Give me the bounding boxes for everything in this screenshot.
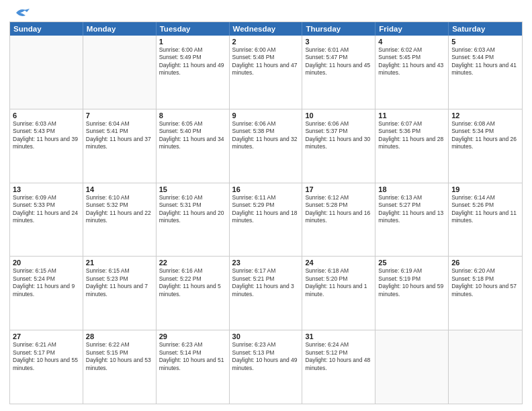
day-info: Sunrise: 6:06 AMSunset: 5:37 PMDaylight:… bbox=[305, 120, 372, 151]
calendar-row-2: 6Sunrise: 6:03 AMSunset: 5:43 PMDaylight… bbox=[10, 109, 522, 183]
day-number: 16 bbox=[232, 185, 300, 193]
day-number: 19 bbox=[451, 185, 519, 193]
day-info: Sunrise: 6:19 AMSunset: 5:19 PMDaylight:… bbox=[378, 267, 445, 298]
calendar-cell: 29Sunrise: 6:23 AMSunset: 5:14 PMDayligh… bbox=[157, 330, 230, 404]
day-number: 7 bbox=[86, 111, 153, 120]
calendar-cell: 31Sunrise: 6:24 AMSunset: 5:12 PMDayligh… bbox=[302, 330, 375, 404]
calendar-cell: 11Sunrise: 6:07 AMSunset: 5:36 PMDayligh… bbox=[375, 109, 449, 183]
calendar-cell: 10Sunrise: 6:06 AMSunset: 5:37 PMDayligh… bbox=[302, 109, 375, 183]
calendar-cell: 13Sunrise: 6:09 AMSunset: 5:33 PMDayligh… bbox=[10, 183, 83, 257]
weekday-header-tuesday: Tuesday bbox=[157, 22, 230, 36]
calendar-row-3: 13Sunrise: 6:09 AMSunset: 5:33 PMDayligh… bbox=[10, 183, 522, 257]
calendar-cell: 15Sunrise: 6:10 AMSunset: 5:31 PMDayligh… bbox=[157, 183, 230, 257]
calendar-cell bbox=[375, 330, 449, 404]
calendar-cell: 30Sunrise: 6:23 AMSunset: 5:13 PMDayligh… bbox=[230, 330, 303, 404]
day-number: 23 bbox=[232, 259, 300, 267]
day-number: 28 bbox=[86, 332, 153, 340]
day-number: 18 bbox=[378, 185, 445, 193]
day-info: Sunrise: 6:02 AMSunset: 5:45 PMDaylight:… bbox=[378, 46, 445, 77]
calendar-cell: 17Sunrise: 6:12 AMSunset: 5:28 PMDayligh… bbox=[302, 183, 375, 257]
day-info: Sunrise: 6:10 AMSunset: 5:32 PMDaylight:… bbox=[86, 194, 153, 225]
day-number: 14 bbox=[86, 185, 153, 193]
day-number: 25 bbox=[378, 259, 445, 267]
day-number: 13 bbox=[13, 185, 80, 193]
calendar-cell: 24Sunrise: 6:18 AMSunset: 5:20 PMDayligh… bbox=[302, 257, 375, 330]
day-number: 30 bbox=[232, 332, 300, 340]
calendar-cell: 28Sunrise: 6:22 AMSunset: 5:15 PMDayligh… bbox=[83, 330, 157, 404]
day-number: 22 bbox=[159, 259, 226, 267]
calendar-cell: 3Sunrise: 6:01 AMSunset: 5:47 PMDaylight… bbox=[302, 36, 375, 109]
calendar-body: 1Sunrise: 6:00 AMSunset: 5:49 PMDaylight… bbox=[10, 36, 522, 404]
weekday-header-saturday: Saturday bbox=[449, 22, 522, 36]
day-number: 21 bbox=[86, 259, 153, 267]
day-info: Sunrise: 6:21 AMSunset: 5:17 PMDaylight:… bbox=[13, 341, 80, 372]
day-number: 12 bbox=[451, 111, 519, 120]
calendar-cell: 5Sunrise: 6:03 AMSunset: 5:44 PMDaylight… bbox=[449, 36, 522, 109]
day-info: Sunrise: 6:00 AMSunset: 5:48 PMDaylight:… bbox=[232, 46, 300, 77]
day-info: Sunrise: 6:18 AMSunset: 5:20 PMDaylight:… bbox=[305, 267, 372, 298]
day-number: 1 bbox=[159, 38, 226, 46]
day-info: Sunrise: 6:16 AMSunset: 5:22 PMDaylight:… bbox=[159, 267, 226, 298]
calendar-cell: 14Sunrise: 6:10 AMSunset: 5:32 PMDayligh… bbox=[83, 183, 157, 257]
calendar-cell: 23Sunrise: 6:17 AMSunset: 5:21 PMDayligh… bbox=[230, 257, 303, 330]
logo-bird-icon bbox=[11, 7, 30, 19]
day-number: 2 bbox=[232, 38, 300, 46]
day-info: Sunrise: 6:13 AMSunset: 5:27 PMDaylight:… bbox=[378, 194, 445, 225]
day-number: 20 bbox=[13, 259, 80, 267]
calendar-cell: 21Sunrise: 6:15 AMSunset: 5:23 PMDayligh… bbox=[83, 257, 157, 330]
day-info: Sunrise: 6:05 AMSunset: 5:40 PMDaylight:… bbox=[159, 120, 226, 151]
day-info: Sunrise: 6:17 AMSunset: 5:21 PMDaylight:… bbox=[232, 267, 300, 298]
calendar-row-5: 27Sunrise: 6:21 AMSunset: 5:17 PMDayligh… bbox=[10, 330, 522, 404]
calendar-cell: 22Sunrise: 6:16 AMSunset: 5:22 PMDayligh… bbox=[157, 257, 230, 330]
day-number: 10 bbox=[305, 111, 372, 120]
calendar-header: SundayMondayTuesdayWednesdayThursdayFrid… bbox=[10, 22, 522, 36]
day-number: 27 bbox=[13, 332, 80, 340]
day-number: 31 bbox=[305, 332, 372, 340]
day-number: 26 bbox=[451, 259, 519, 267]
calendar-cell: 26Sunrise: 6:20 AMSunset: 5:18 PMDayligh… bbox=[449, 257, 522, 330]
day-info: Sunrise: 6:22 AMSunset: 5:15 PMDaylight:… bbox=[86, 341, 153, 372]
calendar-cell bbox=[10, 36, 83, 109]
day-info: Sunrise: 6:00 AMSunset: 5:49 PMDaylight:… bbox=[159, 46, 226, 77]
day-number: 29 bbox=[159, 332, 226, 340]
weekday-header-thursday: Thursday bbox=[302, 22, 375, 36]
day-info: Sunrise: 6:03 AMSunset: 5:43 PMDaylight:… bbox=[13, 120, 80, 151]
day-number: 4 bbox=[378, 38, 445, 46]
calendar-cell: 25Sunrise: 6:19 AMSunset: 5:19 PMDayligh… bbox=[375, 257, 449, 330]
weekday-header-monday: Monday bbox=[83, 22, 157, 36]
day-info: Sunrise: 6:08 AMSunset: 5:34 PMDaylight:… bbox=[451, 120, 519, 151]
day-info: Sunrise: 6:24 AMSunset: 5:12 PMDaylight:… bbox=[305, 341, 372, 372]
day-info: Sunrise: 6:03 AMSunset: 5:44 PMDaylight:… bbox=[451, 46, 519, 77]
day-info: Sunrise: 6:12 AMSunset: 5:28 PMDaylight:… bbox=[305, 194, 372, 225]
calendar: SundayMondayTuesdayWednesdayThursdayFrid… bbox=[9, 21, 523, 404]
calendar-cell: 16Sunrise: 6:11 AMSunset: 5:29 PMDayligh… bbox=[230, 183, 303, 257]
day-info: Sunrise: 6:23 AMSunset: 5:13 PMDaylight:… bbox=[232, 341, 300, 372]
day-info: Sunrise: 6:09 AMSunset: 5:33 PMDaylight:… bbox=[13, 194, 80, 225]
day-info: Sunrise: 6:01 AMSunset: 5:47 PMDaylight:… bbox=[305, 46, 372, 77]
day-number: 17 bbox=[305, 185, 372, 193]
logo bbox=[9, 7, 30, 17]
calendar-cell: 12Sunrise: 6:08 AMSunset: 5:34 PMDayligh… bbox=[449, 109, 522, 183]
day-info: Sunrise: 6:14 AMSunset: 5:26 PMDaylight:… bbox=[451, 194, 519, 225]
calendar-cell: 7Sunrise: 6:04 AMSunset: 5:41 PMDaylight… bbox=[83, 109, 157, 183]
day-info: Sunrise: 6:10 AMSunset: 5:31 PMDaylight:… bbox=[159, 194, 226, 225]
calendar-cell bbox=[449, 330, 522, 404]
weekday-header-sunday: Sunday bbox=[10, 22, 83, 36]
day-number: 24 bbox=[305, 259, 372, 267]
day-info: Sunrise: 6:15 AMSunset: 5:23 PMDaylight:… bbox=[86, 267, 153, 298]
calendar-cell: 6Sunrise: 6:03 AMSunset: 5:43 PMDaylight… bbox=[10, 109, 83, 183]
day-number: 9 bbox=[232, 111, 300, 120]
calendar-row-1: 1Sunrise: 6:00 AMSunset: 5:49 PMDaylight… bbox=[10, 36, 522, 109]
day-info: Sunrise: 6:11 AMSunset: 5:29 PMDaylight:… bbox=[232, 194, 300, 225]
day-info: Sunrise: 6:04 AMSunset: 5:41 PMDaylight:… bbox=[86, 120, 153, 151]
calendar-cell: 27Sunrise: 6:21 AMSunset: 5:17 PMDayligh… bbox=[10, 330, 83, 404]
calendar-cell: 8Sunrise: 6:05 AMSunset: 5:40 PMDaylight… bbox=[157, 109, 230, 183]
day-number: 11 bbox=[378, 111, 445, 120]
weekday-header-wednesday: Wednesday bbox=[230, 22, 303, 36]
day-info: Sunrise: 6:20 AMSunset: 5:18 PMDaylight:… bbox=[451, 267, 519, 298]
day-info: Sunrise: 6:23 AMSunset: 5:14 PMDaylight:… bbox=[159, 341, 226, 372]
calendar-cell: 9Sunrise: 6:06 AMSunset: 5:38 PMDaylight… bbox=[230, 109, 303, 183]
day-info: Sunrise: 6:15 AMSunset: 5:24 PMDaylight:… bbox=[13, 267, 80, 298]
calendar-cell: 20Sunrise: 6:15 AMSunset: 5:24 PMDayligh… bbox=[10, 257, 83, 330]
day-number: 6 bbox=[13, 111, 80, 120]
